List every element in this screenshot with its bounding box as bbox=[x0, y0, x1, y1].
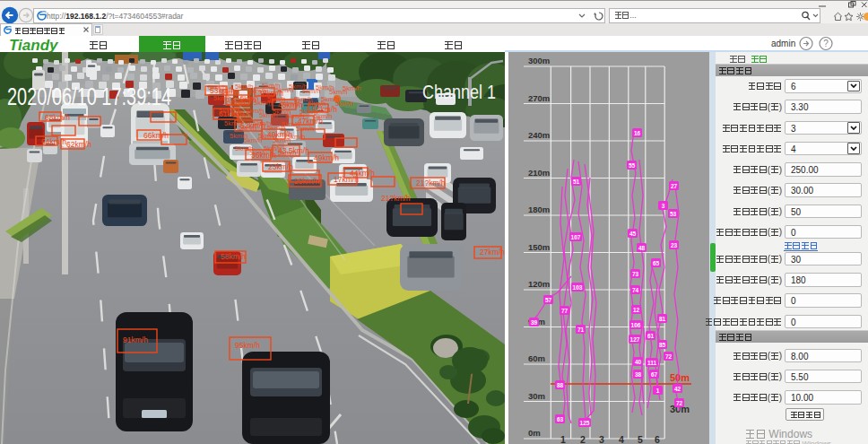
svg-text:95km/h: 95km/h bbox=[235, 341, 260, 350]
svg-text:5: 5 bbox=[638, 434, 643, 444]
svg-text:21?km/h: 21?km/h bbox=[381, 194, 411, 203]
svg-text:66km/h: 66km/h bbox=[143, 131, 169, 140]
svg-text:210m: 210m bbox=[528, 168, 550, 178]
svg-text:21?km/h: 21?km/h bbox=[416, 178, 446, 187]
svg-text:180m: 180m bbox=[528, 205, 550, 214]
svg-text:68km/h: 68km/h bbox=[45, 113, 70, 122]
svg-text:42: 42 bbox=[674, 386, 681, 392]
svg-text:57: 57 bbox=[545, 297, 552, 303]
svg-text:270m: 270m bbox=[528, 93, 550, 103]
svg-text:4: 4 bbox=[619, 434, 624, 444]
svg-text:29km/h: 29km/h bbox=[294, 177, 319, 186]
svg-text:2020/06/10 17:39:14: 2020/06/10 17:39:14 bbox=[7, 83, 171, 110]
svg-text:88: 88 bbox=[557, 382, 564, 388]
svg-text:91km/h: 91km/h bbox=[123, 335, 148, 344]
svg-text:107: 107 bbox=[571, 234, 581, 240]
svg-text:58km/h: 58km/h bbox=[221, 252, 246, 261]
svg-text:127: 127 bbox=[630, 336, 640, 343]
svg-text:5km/h: 5km/h bbox=[278, 149, 296, 157]
svg-text:?: ? bbox=[823, 39, 829, 48]
svg-text:3: 3 bbox=[599, 434, 604, 444]
svg-text:48: 48 bbox=[638, 245, 646, 251]
svg-text:51: 51 bbox=[573, 178, 580, 185]
svg-text:27km/h: 27km/h bbox=[480, 248, 505, 257]
svg-text:150m: 150m bbox=[528, 242, 550, 252]
svg-text:Channel 1: Channel 1 bbox=[422, 81, 496, 103]
svg-text:30m: 30m bbox=[528, 391, 545, 401]
svg-text:5km/h: 5km/h bbox=[343, 84, 360, 92]
svg-text:23km/h: 23km/h bbox=[268, 162, 293, 171]
svg-text:103: 103 bbox=[573, 284, 583, 291]
svg-text:5km/h: 5km/h bbox=[314, 112, 332, 120]
svg-text:49km/h: 49km/h bbox=[314, 153, 339, 162]
svg-text:74: 74 bbox=[632, 287, 639, 293]
svg-text:85: 85 bbox=[659, 342, 666, 348]
svg-text:61: 61 bbox=[647, 333, 655, 339]
svg-text:23: 23 bbox=[671, 242, 678, 248]
svg-text:5km/h: 5km/h bbox=[287, 133, 305, 141]
svg-text:60m: 60m bbox=[528, 353, 545, 363]
svg-text:1: 1 bbox=[560, 434, 566, 444]
svg-text:300m: 300m bbox=[528, 56, 550, 65]
svg-text:6: 6 bbox=[655, 434, 660, 444]
svg-text:17km/h: 17km/h bbox=[334, 175, 359, 184]
svg-text:62km/h: 62km/h bbox=[66, 140, 91, 149]
svg-text:5km/h: 5km/h bbox=[335, 100, 353, 108]
svg-text:77: 77 bbox=[561, 308, 569, 314]
svg-text:64km/h: 64km/h bbox=[41, 137, 66, 146]
svg-text:71: 71 bbox=[577, 326, 585, 333]
svg-text:120m: 120m bbox=[528, 279, 550, 289]
svg-text:240m: 240m bbox=[528, 130, 550, 140]
svg-text:12: 12 bbox=[633, 307, 640, 313]
svg-text:5km/h: 5km/h bbox=[296, 125, 314, 133]
svg-text:39: 39 bbox=[531, 319, 538, 326]
svg-text:125: 125 bbox=[580, 420, 590, 426]
svg-text:0m: 0m bbox=[528, 428, 541, 438]
svg-text:2: 2 bbox=[580, 434, 586, 444]
svg-text:63: 63 bbox=[557, 416, 564, 422]
